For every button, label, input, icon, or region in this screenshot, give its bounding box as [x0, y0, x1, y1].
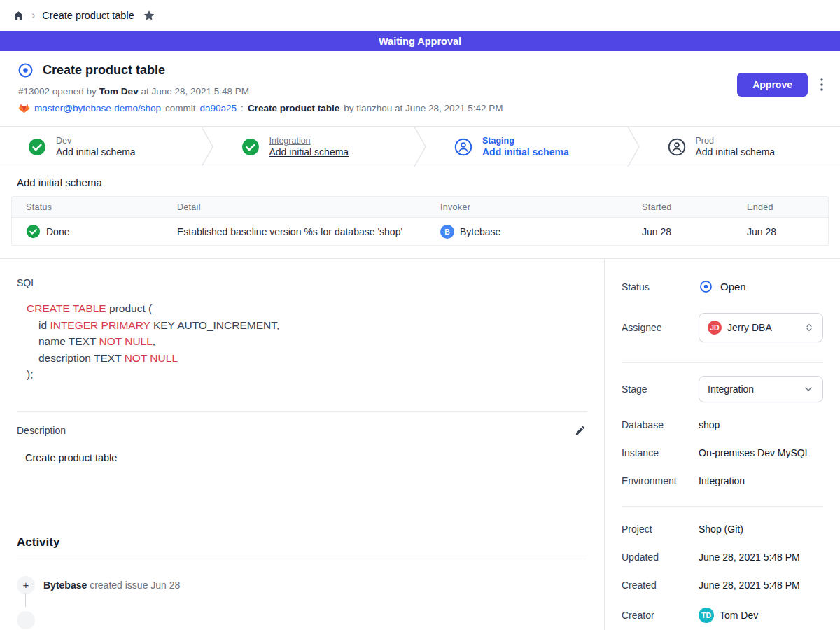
updated-value: June 28, 2021 5:48 PM — [699, 552, 800, 563]
sidebar-row-environment: Environment Integration — [622, 475, 823, 486]
creator-label: Creator — [622, 610, 699, 621]
sidebar-row-assignee: Assignee JD Jerry DBA — [622, 313, 823, 342]
invoker-avatar: B — [440, 225, 454, 239]
pipeline-stage-dev[interactable]: Dev Add initial schema — [0, 127, 201, 167]
timeline-next-dot — [17, 611, 35, 629]
commit-hash-link[interactable]: da90a25 — [200, 103, 237, 113]
check-circle-icon — [28, 138, 46, 156]
sql-text: description TEXT — [38, 352, 125, 364]
task-heading: Add initial schema — [11, 176, 829, 188]
commit-word: commit — [165, 103, 196, 113]
timeline-connector — [25, 593, 26, 607]
task-table: Status Detail Invoker Started Ended Done… — [11, 196, 829, 246]
commit-colon: : — [241, 103, 244, 113]
created-value: June 28, 2021 5:48 PM — [699, 580, 800, 591]
assignee-value: Jerry DBA — [727, 322, 799, 333]
column-header-ended: Ended — [733, 202, 828, 212]
invoker-name: Bytebase — [460, 226, 500, 237]
sql-keyword: NOT NULL — [99, 335, 152, 347]
stage-env-label: Integration — [270, 136, 349, 146]
approve-button[interactable]: Approve — [737, 73, 808, 97]
issue-author: Tom Dev — [99, 86, 139, 97]
sidebar-row-updated: Updated June 28, 2021 5:48 PM — [622, 552, 823, 563]
gitlab-icon — [18, 102, 30, 114]
status-banner: Waiting Approval — [0, 31, 840, 51]
person-circle-icon — [454, 138, 472, 156]
description-label: Description — [17, 425, 66, 436]
check-circle-icon — [26, 224, 41, 239]
chevron-right-icon: › — [31, 10, 35, 21]
sql-line: description TEXT NOT NULL — [27, 350, 587, 367]
issue-sidebar: Status Open Assignee JD Jerry DBA Stage — [605, 259, 840, 630]
issue-meta: #13002 opened by Tom Dev at June 28, 202… — [18, 86, 823, 97]
edit-pencil-icon[interactable] — [573, 424, 587, 438]
sql-text: name TEXT — [38, 335, 99, 347]
environment-value: Integration — [699, 475, 745, 486]
assignee-select[interactable]: JD Jerry DBA — [699, 313, 823, 342]
divider — [622, 506, 823, 507]
open-status-icon — [699, 279, 713, 294]
sql-line: id INTEGER PRIMARY KEY AUTO_INCREMENT, — [27, 317, 587, 334]
sidebar-row-project: Project Shop (Git) — [622, 524, 823, 535]
sidebar-row-status: Status Open — [622, 279, 823, 294]
sql-keyword: INTEGER PRIMARY — [50, 319, 150, 331]
stage-separator — [201, 127, 214, 167]
sql-text: id — [38, 319, 50, 331]
description-content: Create product table — [17, 452, 587, 463]
stage-task-label: Add initial schema — [56, 146, 136, 158]
task-ended-date: Jun 28 — [733, 226, 828, 237]
check-circle-icon — [241, 138, 260, 156]
pipeline-stage-staging[interactable]: Staging Add initial schema — [426, 127, 627, 167]
issue-open-icon — [17, 62, 34, 79]
stage-env-label: Dev — [56, 136, 136, 146]
sidebar-row-stage: Stage Integration — [622, 376, 823, 402]
creator-avatar: TD — [699, 608, 714, 623]
unfold-icon — [804, 323, 814, 332]
pipeline-stage-prod[interactable]: Prod Add initial schema — [640, 127, 840, 167]
stage-separator — [627, 127, 640, 167]
creator-value: TD Tom Dev — [699, 608, 758, 623]
assignee-label: Assignee — [622, 322, 699, 333]
issue-id-text: #13002 opened by — [18, 86, 97, 97]
status-label: Status — [622, 281, 699, 293]
task-status-text: Done — [46, 226, 69, 237]
stage-env-label: Staging — [482, 136, 569, 146]
pipeline-stage-integration[interactable]: Integration Add initial schema — [214, 127, 414, 167]
divider — [17, 411, 587, 412]
stage-task-label: Add initial schema — [482, 146, 569, 158]
issue-header: Create product table #13002 opened by To… — [0, 51, 840, 126]
divider — [622, 362, 823, 363]
sql-code-block: CREATE TABLE product ( id INTEGER PRIMAR… — [27, 300, 587, 383]
branch-link[interactable]: master@bytebase-demo/shop — [34, 103, 161, 113]
stage-env-label: Prod — [696, 136, 776, 146]
sql-text: product ( — [106, 302, 152, 314]
database-value: shop — [699, 419, 720, 430]
stage-label: Stage — [622, 384, 699, 395]
task-detail-text: Established baseline version %s for data… — [163, 226, 426, 237]
column-header-started: Started — [628, 202, 733, 212]
status-banner-text: Waiting Approval — [379, 36, 461, 47]
stage-task-label: Add initial schema — [270, 146, 349, 158]
stage-select[interactable]: Integration — [699, 376, 823, 402]
status-value: Open — [699, 279, 746, 294]
sql-text: KEY AUTO_INCREMENT, — [150, 319, 280, 331]
environment-label: Environment — [622, 475, 699, 486]
breadcrumb: › Create product table — [0, 0, 840, 31]
main-column: SQL CREATE TABLE product ( id INTEGER PR… — [0, 259, 605, 630]
more-options-icon[interactable] — [819, 77, 825, 92]
breadcrumb-title[interactable]: Create product table — [42, 10, 134, 21]
pipeline: Dev Add initial schema Integration Add i… — [0, 126, 840, 167]
sidebar-row-database: Database shop — [622, 419, 823, 430]
creator-name: Tom Dev — [720, 610, 758, 621]
column-header-invoker: Invoker — [426, 202, 628, 212]
home-icon[interactable] — [13, 10, 24, 22]
table-row[interactable]: Done Established baseline version %s for… — [12, 218, 828, 245]
star-icon[interactable] — [143, 9, 155, 22]
sidebar-row-creator: Creator TD Tom Dev — [622, 608, 823, 623]
database-label: Database — [622, 419, 699, 430]
task-table-header: Status Detail Invoker Started Ended — [12, 197, 828, 218]
activity-action: created issue Jun 28 — [90, 580, 180, 591]
plus-icon[interactable]: + — [17, 576, 35, 594]
stage-task-label: Add initial schema — [696, 146, 776, 158]
stage-separator — [414, 127, 426, 167]
